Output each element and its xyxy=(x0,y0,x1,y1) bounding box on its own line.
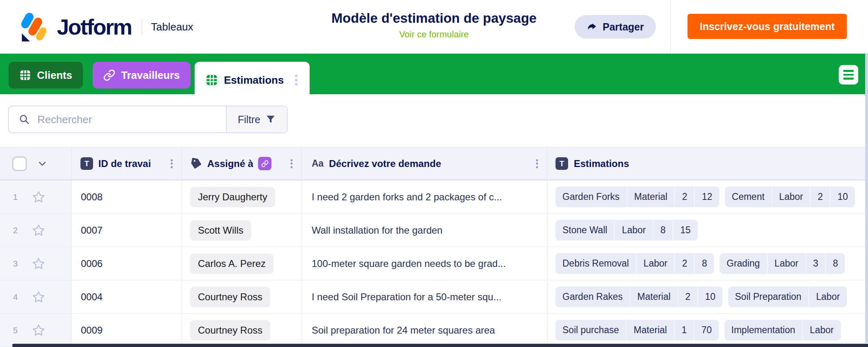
signup-button-label: Inscrivez-vous gratuitement xyxy=(700,21,835,33)
estimation-chip[interactable]: Soil PreparationLabor xyxy=(728,286,847,307)
row-number: 5 xyxy=(13,325,22,335)
star-icon[interactable] xyxy=(32,323,46,337)
tab-clients[interactable]: Clients xyxy=(9,62,83,89)
tab-travailleurs[interactable]: Travailleurs xyxy=(93,62,191,89)
estimation-chip[interactable]: Garden ForksMaterial212 xyxy=(556,187,719,207)
filter-button[interactable]: Filtre xyxy=(226,106,287,132)
estimation-chip[interactable]: Debris RemovalLabor28 xyxy=(556,253,714,274)
row-select-cell: 3 xyxy=(0,247,72,280)
estimation-segment: Material xyxy=(627,187,675,207)
estimation-segment: 2 xyxy=(811,187,831,207)
column-header-job-id[interactable]: T ID de travai xyxy=(72,147,182,180)
estimation-segment: Implementation xyxy=(725,320,803,340)
description-cell[interactable]: I need Soil Preparation for a 50-meter s… xyxy=(302,280,547,313)
job-id-cell[interactable]: 0009 xyxy=(72,314,182,347)
assignee-chip[interactable]: Jerry Daugherty xyxy=(190,187,275,207)
estimation-segment: 3 xyxy=(806,253,826,274)
estimation-segment: 70 xyxy=(694,320,719,340)
estimation-segment: Stone Wall xyxy=(556,220,615,241)
estimations-cell[interactable]: Stone WallLabor815 xyxy=(547,214,868,247)
data-table: T ID de travai Assigné à xyxy=(0,147,868,347)
column-label: Assigné à xyxy=(207,158,253,169)
estimation-segment: Labor xyxy=(803,320,841,340)
signup-button[interactable]: Inscrivez-vous gratuitement xyxy=(688,14,847,39)
assignee-cell[interactable]: Courtney Ross xyxy=(182,314,302,347)
star-icon[interactable] xyxy=(32,290,46,304)
assignee-chip[interactable]: Courtney Ross xyxy=(190,287,270,307)
linked-column-icon[interactable] xyxy=(258,157,271,170)
row-number: 1 xyxy=(13,192,22,202)
estimation-chip[interactable]: ImplementationLabor xyxy=(725,320,841,340)
table-row: 50009Courtney RossSoil preparation for 2… xyxy=(0,314,868,347)
description-cell[interactable]: Wall installation for the garden xyxy=(302,214,547,247)
column-header-assignee[interactable]: Assigné à xyxy=(182,147,302,180)
chevron-down-icon[interactable] xyxy=(37,159,47,169)
estimation-chip[interactable]: CementLabor210 xyxy=(725,187,855,207)
estimation-segment: Labor xyxy=(615,220,653,241)
estimation-chip[interactable]: Garden RakesMaterial210 xyxy=(556,286,723,307)
table-grid-icon xyxy=(19,69,31,81)
horizontal-scrollbar[interactable] xyxy=(12,344,868,347)
search-input[interactable]: Rechercher xyxy=(9,106,226,132)
row-select-cell: 5 xyxy=(0,314,72,347)
vertical-scrollbar[interactable] xyxy=(865,54,868,343)
column-menu-icon[interactable] xyxy=(169,158,174,170)
assignee-chip[interactable]: Carlos A. Perez xyxy=(190,254,273,274)
table-row: 30006Carlos A. Perez100-meter square gar… xyxy=(0,247,868,280)
description-cell[interactable]: Soil preparation for 24 meter squares ar… xyxy=(302,314,547,347)
tab-menu-icon[interactable] xyxy=(293,73,299,87)
assignee-cell[interactable]: Scott Wills xyxy=(182,214,302,247)
assignee-cell[interactable]: Carlos A. Perez xyxy=(182,247,302,280)
brand-divider xyxy=(141,19,142,35)
assignee-cell[interactable]: Courtney Ross xyxy=(182,280,302,313)
column-label: Estimations xyxy=(574,158,629,169)
estimation-chip[interactable]: Soil purchaseMaterial170 xyxy=(556,320,719,340)
view-form-link[interactable]: Voir ce formulaire xyxy=(332,29,537,40)
estimations-cell[interactable]: Garden RakesMaterial210Soil PreparationL… xyxy=(547,280,868,313)
estimations-cell[interactable]: Garden ForksMaterial212CementLabor210 xyxy=(547,180,868,213)
table-header-row: T ID de travai Assigné à xyxy=(0,147,868,180)
estimation-segment: 8 xyxy=(695,253,714,274)
app-header: Jotform Tableaux Modèle d'estimation de … xyxy=(0,0,868,54)
estimation-segment: Soil Preparation xyxy=(728,286,809,307)
job-id-cell[interactable]: 0007 xyxy=(72,214,182,247)
assignee-chip[interactable]: Courtney Ross xyxy=(190,320,270,340)
jotform-tables-app: Jotform Tableaux Modèle d'estimation de … xyxy=(0,0,868,347)
table-row: 10008Jerry DaughertyI need 2 garden fork… xyxy=(0,180,868,214)
row-number: 4 xyxy=(13,292,22,302)
estimations-cell[interactable]: Soil purchaseMaterial170ImplementationLa… xyxy=(547,314,868,347)
sheet-menu-button[interactable] xyxy=(839,65,858,85)
text-field-icon: T xyxy=(80,157,93,170)
job-id-cell[interactable]: 0008 xyxy=(72,180,182,213)
assignee-cell[interactable]: Jerry Daugherty xyxy=(182,180,302,213)
column-menu-icon[interactable] xyxy=(289,158,294,170)
estimation-chip[interactable]: Stone WallLabor815 xyxy=(556,220,698,241)
description-cell[interactable]: 100-meter square garden needs to be grad… xyxy=(302,247,547,280)
estimation-segment: Labor xyxy=(772,187,811,207)
estimation-chip[interactable]: GradingLabor38 xyxy=(720,253,845,274)
job-id-cell[interactable]: 0006 xyxy=(72,247,182,280)
star-icon[interactable] xyxy=(32,190,46,204)
select-all-checkbox[interactable] xyxy=(12,156,27,171)
text-field-icon: T xyxy=(556,157,568,170)
star-icon[interactable] xyxy=(32,223,46,237)
column-header-description[interactable]: Aa Décrivez votre demande xyxy=(302,147,547,180)
brand-wordmark: Jotform xyxy=(57,14,132,39)
column-header-estimations[interactable]: T Estimations xyxy=(547,147,868,180)
estimation-segment: 8 xyxy=(653,220,673,241)
brand[interactable]: Jotform Tableaux xyxy=(18,10,193,44)
assignee-chip[interactable]: Scott Wills xyxy=(190,220,251,241)
estimation-segment: Garden Forks xyxy=(556,187,627,207)
description-cell[interactable]: I need 2 garden forks and 2 packages of … xyxy=(302,180,547,213)
star-icon[interactable] xyxy=(32,257,46,271)
estimation-segment: Cement xyxy=(725,187,773,207)
product-label: Tableaux xyxy=(151,21,193,33)
tag-icon xyxy=(190,158,202,170)
share-button[interactable]: Partager xyxy=(575,15,656,39)
job-id-cell[interactable]: 0004 xyxy=(72,280,182,313)
filter-button-label: Filtre xyxy=(238,114,260,126)
tab-estimations[interactable]: Estimations xyxy=(195,62,310,98)
estimations-cell[interactable]: Debris RemovalLabor28GradingLabor38 xyxy=(547,247,868,280)
column-menu-icon[interactable] xyxy=(534,158,540,170)
estimation-segment: 2 xyxy=(675,187,695,207)
